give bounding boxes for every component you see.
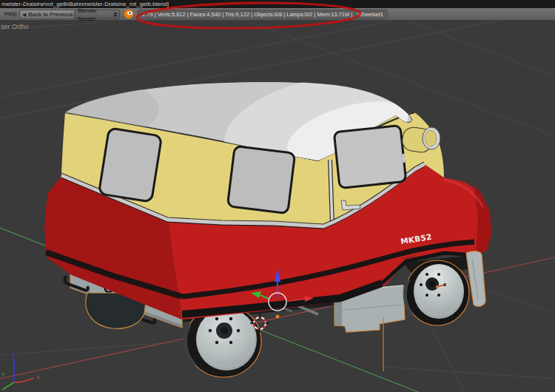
dropdown-arrows-icon: [113, 12, 118, 18]
view-mode-label: ser Ortho: [1, 23, 29, 30]
info-header: Help ◀ Back to Previous Blender Render 2…: [0, 8, 555, 21]
object-origin-dot: [436, 285, 439, 288]
blender-window: Z X Y: [0, 0, 555, 392]
back-to-previous-button[interactable]: ◀ Back to Previous: [19, 10, 78, 19]
back-icon: ◀: [22, 11, 26, 18]
side-window[interactable]: [227, 146, 295, 213]
draisine-vehicle[interactable]: MKB52 by somy01: [41, 57, 491, 377]
rear-window[interactable]: [98, 128, 161, 202]
back-button-label: Back to Previous: [28, 10, 73, 18]
object-origin-dot: [276, 315, 280, 319]
axis-y-label: Y: [1, 372, 5, 377]
axis-x-label: X: [36, 375, 40, 380]
front-side-window[interactable]: [334, 126, 406, 189]
blender-logo-icon: [124, 9, 134, 19]
3d-viewport[interactable]: Z X Y: [0, 0, 555, 392]
scene-stats: 2.79 | Verts:5,612 | Faces:4,540 | Tris:…: [138, 10, 388, 19]
render-engine-dropdown[interactable]: Blender Render: [74, 10, 120, 19]
render-engine-value: Blender Render: [78, 7, 112, 23]
help-menu[interactable]: Help: [4, 8, 16, 20]
axis-z-label: Z: [12, 353, 16, 358]
front-wheel[interactable]: [405, 260, 469, 325]
scene-stats-text: 2.79 | Verts:5,612 | Faces:4,540 | Tris:…: [142, 11, 383, 18]
